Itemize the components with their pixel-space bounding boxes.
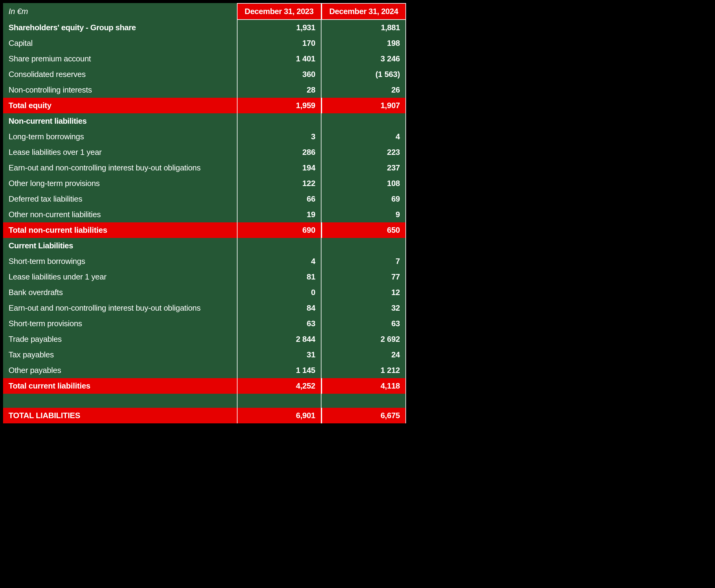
table-row: Deferred tax liabilities6669 (3, 191, 406, 207)
row-value-2024: 108 (322, 176, 406, 191)
row-value-2023: 63 (237, 316, 322, 331)
table-row: TOTAL LIABILITIES6,9016,675 (3, 408, 406, 423)
row-value-2024 (322, 238, 406, 254)
table-row: Short-term provisions6363 (3, 316, 406, 331)
table-row: Trade payables2 8442 692 (3, 331, 406, 347)
row-value-2024: 237 (322, 160, 406, 176)
row-value-2024 (322, 394, 406, 408)
row-value-2024: 4,118 (322, 378, 406, 394)
row-value-2024: 63 (322, 316, 406, 331)
table-row: Total equity1,9591,907 (3, 98, 406, 113)
row-label: Short-term borrowings (3, 254, 237, 269)
row-value-2023: 1,959 (237, 98, 322, 113)
row-value-2023: 170 (237, 36, 322, 51)
row-value-2023: 0 (237, 285, 322, 300)
row-label: Total equity (3, 98, 237, 113)
row-label: Total non-current liabilities (3, 223, 237, 238)
table-row: Short-term borrowings47 (3, 254, 406, 269)
table-row: Other non-current liabilities199 (3, 207, 406, 223)
row-value-2024: 77 (322, 269, 406, 285)
table-header-row: In €m December 31, 2023 December 31, 202… (3, 3, 406, 20)
table-row: Current Liabilities (3, 238, 406, 254)
row-label: Other payables (3, 362, 237, 378)
row-label: Long-term borrowings (3, 129, 237, 145)
row-label: Deferred tax liabilities (3, 191, 237, 207)
table-row: Long-term borrowings34 (3, 129, 406, 145)
row-label: Lease liabilities under 1 year (3, 269, 237, 285)
row-label: Non-controlling interests (3, 82, 237, 98)
row-value-2024: 1 212 (322, 362, 406, 378)
table-row: Lease liabilities under 1 year8177 (3, 269, 406, 285)
row-label: Trade payables (3, 331, 237, 347)
row-value-2024: 2 692 (322, 331, 406, 347)
row-label: Bank overdrafts (3, 285, 237, 300)
row-value-2024: 12 (322, 285, 406, 300)
row-label: Tax payables (3, 347, 237, 362)
table-row: Tax payables3124 (3, 347, 406, 362)
row-label: Share premium account (3, 51, 237, 67)
row-value-2023: 4,252 (237, 378, 322, 394)
header-col-2023: December 31, 2023 (237, 3, 322, 20)
row-value-2023: 360 (237, 67, 322, 82)
financial-table: In €m December 31, 2023 December 31, 202… (3, 3, 406, 423)
table-row: Other payables1 1451 212 (3, 362, 406, 378)
table-body: Shareholders' equity - Group share1,9311… (3, 20, 406, 423)
row-label: Non-current liabilities (3, 113, 237, 129)
row-label: Earn-out and non-controlling interest bu… (3, 160, 237, 176)
row-value-2024: 26 (322, 82, 406, 98)
row-value-2023 (237, 238, 322, 254)
row-label: Short-term provisions (3, 316, 237, 331)
table-row: Earn-out and non-controlling interest bu… (3, 160, 406, 176)
row-value-2024: 32 (322, 300, 406, 316)
row-value-2024: 24 (322, 347, 406, 362)
row-label: Shareholders' equity - Group share (3, 20, 237, 36)
table-row (3, 394, 406, 408)
row-value-2023: 286 (237, 145, 322, 160)
row-label: Consolidated reserves (3, 67, 237, 82)
header-unit-label: In €m (3, 3, 237, 20)
row-value-2023: 19 (237, 207, 322, 223)
row-label: Other non-current liabilities (3, 207, 237, 223)
row-label: Capital (3, 36, 237, 51)
financial-table-container: In €m December 31, 2023 December 31, 202… (3, 3, 406, 423)
table-row: Share premium account1 4013 246 (3, 51, 406, 67)
table-row: Earn-out and non-controlling interest bu… (3, 300, 406, 316)
row-label: Lease liabilities over 1 year (3, 145, 237, 160)
row-label: TOTAL LIABILITIES (3, 408, 237, 423)
table-row: Shareholders' equity - Group share1,9311… (3, 20, 406, 36)
row-value-2023: 1 401 (237, 51, 322, 67)
row-label: Other long-term provisions (3, 176, 237, 191)
table-row: Lease liabilities over 1 year286223 (3, 145, 406, 160)
row-value-2023: 2 844 (237, 331, 322, 347)
row-value-2024 (322, 113, 406, 129)
row-label: Total current liabilities (3, 378, 237, 394)
table-row: Non-controlling interests2826 (3, 82, 406, 98)
row-value-2024: 3 246 (322, 51, 406, 67)
row-value-2024: 69 (322, 191, 406, 207)
row-value-2024: 1,881 (322, 20, 406, 36)
row-value-2024: 6,675 (322, 408, 406, 423)
row-value-2024: 650 (322, 223, 406, 238)
header-col-2024: December 31, 2024 (322, 3, 406, 20)
row-value-2023: 6,901 (237, 408, 322, 423)
row-label: Earn-out and non-controlling interest bu… (3, 300, 237, 316)
table-row: Total current liabilities4,2524,118 (3, 378, 406, 394)
row-value-2023: 122 (237, 176, 322, 191)
row-value-2023: 84 (237, 300, 322, 316)
row-value-2023: 1 145 (237, 362, 322, 378)
row-value-2024: 9 (322, 207, 406, 223)
row-value-2024: 223 (322, 145, 406, 160)
row-value-2023: 31 (237, 347, 322, 362)
row-value-2024: 4 (322, 129, 406, 145)
row-value-2023: 1,931 (237, 20, 322, 36)
row-value-2023: 690 (237, 223, 322, 238)
row-value-2024: 1,907 (322, 98, 406, 113)
row-value-2023: 66 (237, 191, 322, 207)
row-value-2023: 81 (237, 269, 322, 285)
table-row: Bank overdrafts012 (3, 285, 406, 300)
row-value-2024: 198 (322, 36, 406, 51)
row-value-2023 (237, 394, 322, 408)
row-label: Current Liabilities (3, 238, 237, 254)
row-value-2024: (1 563) (322, 67, 406, 82)
table-row: Total non-current liabilities690650 (3, 223, 406, 238)
